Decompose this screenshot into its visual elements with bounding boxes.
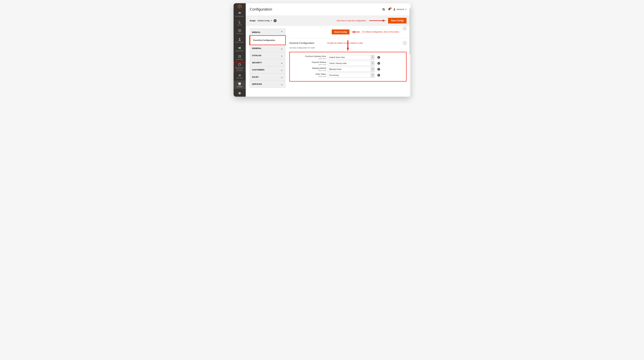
admin-sidebar: DASHBOARD SALES CATALOG CUSTOMERS MARKET…: [234, 3, 246, 97]
arrow-right-icon: [369, 20, 385, 21]
chevron-down-icon: ⌃: [280, 82, 283, 86]
user-menu[interactable]: adminwk: [393, 8, 406, 11]
order-status-select[interactable]: Processing: [328, 73, 371, 78]
sidebar-item-system[interactable]: [234, 89, 246, 97]
tab-group-label: SERVICES: [252, 83, 262, 85]
annotation-save: Click here to save the configuration.: [336, 20, 366, 22]
notifications-button[interactable]: 3: [386, 7, 392, 12]
hexagon-icon: [238, 63, 242, 66]
dashboard-icon: [238, 12, 242, 15]
scope-note: [store view]: [291, 76, 326, 77]
save-config-button[interactable]: Save Config: [388, 18, 406, 24]
sidebar-item-label: ESHOPSYNC PUNCHOUT GATEWAY: [234, 67, 245, 71]
field-order-status: Order Status [store view] Processing ?: [291, 73, 404, 78]
tab-group-customers[interactable]: CUSTOMERS ⌃: [250, 66, 285, 73]
chevron-down-icon[interactable]: [371, 55, 374, 60]
tab-group-security[interactable]: SECURITY ⌃: [250, 59, 285, 66]
chevron-down-icon[interactable]: [371, 73, 374, 78]
sidebar-item-customers[interactable]: CUSTOMERS: [234, 36, 246, 45]
customers-icon: [238, 38, 242, 41]
scope-note: [store view]: [291, 58, 326, 59]
sidebar-item-label: CATALOG: [236, 33, 243, 34]
punchout-gateway-store-select[interactable]: Default Store View: [328, 55, 371, 60]
search-button[interactable]: [381, 7, 386, 12]
scope-picker[interactable]: Default Config: [258, 20, 272, 22]
field-help[interactable]: ?: [378, 56, 380, 59]
stores-icon: [238, 82, 242, 86]
content-icon: [238, 55, 242, 58]
tab-group-services[interactable]: SERVICES ⌃: [250, 80, 285, 88]
payment-method-select[interactable]: Check / Money order: [328, 61, 371, 66]
sidebar-item-label: DASHBOARD: [235, 16, 244, 17]
chevron-up-icon: ⌃: [280, 31, 283, 34]
field-label: Order Status [store view]: [291, 73, 326, 77]
field-help[interactable]: ?: [378, 74, 380, 77]
field-label: Payment Method [store view]: [291, 61, 326, 65]
chevron-down-icon: [271, 20, 272, 22]
tab-group-webkul[interactable]: WEBKUL ⌃: [250, 29, 285, 36]
scope-value: Default Config: [258, 20, 270, 22]
chevron-down-icon[interactable]: [371, 67, 374, 72]
tab-item-punchout-configuration[interactable]: PunchOut Configuration: [250, 36, 285, 45]
tab-group-sales[interactable]: SALES ⌃: [250, 73, 285, 80]
reset-config-button[interactable]: Reset Config: [332, 30, 350, 34]
chevron-down-icon: ⌃: [280, 68, 283, 71]
scope-help[interactable]: ?: [274, 19, 276, 22]
shipping-method-select[interactable]: [flatrate] Fixed: [328, 67, 371, 72]
general-config-form: Punchout Gateway Store [store view] Defa…: [290, 52, 406, 82]
chevron-down-icon: ⌃: [280, 75, 283, 79]
scope-note: [store view]: [291, 64, 326, 65]
section-title: General Configuration: [290, 42, 314, 45]
sidebar-item-catalog[interactable]: CATALOG: [234, 27, 246, 36]
sidebar-item-label: SALES: [237, 24, 242, 26]
user-name: adminwk: [396, 8, 404, 11]
sidebar-item-label: CUSTOMERS: [235, 42, 244, 43]
reports-icon: [238, 73, 242, 77]
gear-icon: [238, 92, 242, 95]
field-help[interactable]: ?: [378, 62, 380, 65]
scrollbar[interactable]: [410, 8, 410, 97]
config-tabs: WEBKUL ⌃ PunchOut Configuration GENERAL …: [250, 29, 285, 97]
field-help[interactable]: ?: [378, 68, 380, 71]
section-collapse-button[interactable]: [403, 41, 406, 45]
config-content: Reset Config For default configuration, …: [290, 29, 406, 97]
arrow-down-icon: [348, 40, 348, 51]
chevron-down-icon: ⌃: [280, 47, 283, 50]
field-label: Punchout Gateway Store [store view]: [291, 55, 326, 59]
field-payment-method: Payment Method [store view] Check / Mone…: [291, 61, 404, 66]
megaphone-icon: [238, 46, 242, 50]
dollar-icon: [238, 20, 242, 24]
scope-label: Scope:: [250, 20, 256, 22]
sidebar-item-marketing[interactable]: MARKETING: [234, 45, 246, 53]
user-icon: [393, 8, 396, 11]
tab-group-general[interactable]: GENERAL ⌃: [250, 45, 285, 52]
actions-bar: Scope: Default Config ? Click here to sa…: [246, 15, 410, 26]
tab-group-catalog[interactable]: CATALOG ⌃: [250, 52, 285, 59]
sidebar-item-content[interactable]: CONTENT: [234, 53, 246, 62]
chevron-down-icon[interactable]: [371, 61, 374, 66]
sidebar-item-eshopsync-punchout[interactable]: ESHOPSYNC PUNCHOUT GATEWAY: [234, 62, 246, 72]
label-text: Order Status: [316, 73, 326, 75]
tab-group-label: CATALOG: [252, 54, 262, 57]
catalog-icon: [238, 29, 242, 32]
field-punchout-gateway-store: Punchout Gateway Store [store view] Defa…: [291, 55, 404, 60]
annotation-general: Provide the details of store related to …: [327, 42, 364, 44]
scrollbar-thumb[interactable]: [410, 8, 410, 54]
sidebar-item-reports[interactable]: REPORTS: [234, 72, 246, 80]
tab-group-label: GENERAL: [252, 47, 262, 49]
field-shipping-method: Shipping Method [store view] [flatrate] …: [291, 67, 404, 72]
sidebar-item-label: REPORTS: [236, 77, 243, 79]
search-icon: [382, 8, 385, 11]
sidebar-item-label: CONTENT: [236, 59, 243, 60]
label-text: Punchout Gateway Store: [305, 55, 326, 57]
sidebar-item-dashboard[interactable]: DASHBOARD: [234, 10, 246, 19]
sidebar-item-label: MARKETING: [236, 50, 244, 52]
magento-logo[interactable]: [234, 3, 246, 10]
sidebar-item-sales[interactable]: SALES: [234, 19, 246, 27]
sidebar-item-stores[interactable]: STORES: [234, 80, 246, 89]
tab-item-label: PunchOut Configuration: [253, 39, 275, 41]
admin-main: Configuration 3 adminwk Scope:: [246, 3, 410, 97]
scope-note: [store view]: [291, 70, 326, 71]
collapse-all-button[interactable]: [403, 27, 406, 30]
notification-count: 3: [390, 8, 392, 9]
